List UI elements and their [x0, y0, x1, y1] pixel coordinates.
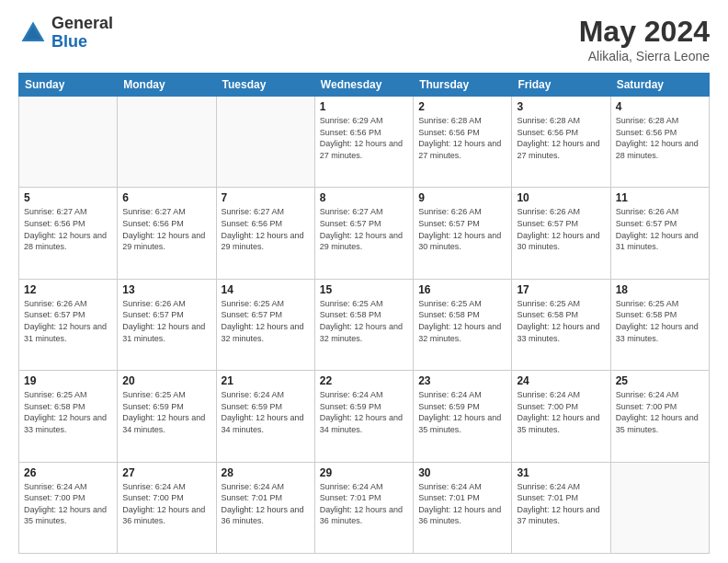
- day-number: 30: [418, 466, 506, 479]
- day-number: 18: [616, 283, 704, 296]
- col-tuesday: Tuesday: [216, 74, 314, 97]
- calendar-cell: 29Sunrise: 6:24 AM Sunset: 7:01 PM Dayli…: [314, 462, 413, 553]
- calendar-cell: 22Sunrise: 6:24 AM Sunset: 6:59 PM Dayli…: [314, 371, 413, 462]
- day-info: Sunrise: 6:24 AM Sunset: 7:00 PM Dayligh…: [122, 481, 210, 527]
- col-thursday: Thursday: [414, 74, 512, 97]
- day-info: Sunrise: 6:25 AM Sunset: 6:57 PM Dayligh…: [222, 298, 310, 344]
- calendar-cell: 9Sunrise: 6:26 AM Sunset: 6:57 PM Daylig…: [414, 188, 512, 279]
- calendar-cell: [19, 97, 118, 188]
- calendar-cell: 14Sunrise: 6:25 AM Sunset: 6:57 PM Dayli…: [216, 279, 314, 370]
- day-info: Sunrise: 6:26 AM Sunset: 6:57 PM Dayligh…: [24, 298, 112, 344]
- day-info: Sunrise: 6:24 AM Sunset: 7:00 PM Dayligh…: [24, 481, 112, 527]
- calendar-cell: [118, 97, 216, 188]
- day-info: Sunrise: 6:24 AM Sunset: 6:59 PM Dayligh…: [320, 389, 408, 435]
- day-info: Sunrise: 6:27 AM Sunset: 6:57 PM Dayligh…: [320, 206, 408, 252]
- day-number: 4: [616, 100, 704, 113]
- calendar-cell: 16Sunrise: 6:25 AM Sunset: 6:58 PM Dayli…: [414, 279, 512, 370]
- day-number: 10: [517, 191, 605, 204]
- calendar-cell: 17Sunrise: 6:25 AM Sunset: 6:58 PM Dayli…: [512, 279, 610, 370]
- day-info: Sunrise: 6:28 AM Sunset: 6:56 PM Dayligh…: [616, 115, 704, 161]
- day-info: Sunrise: 6:24 AM Sunset: 7:01 PM Dayligh…: [517, 481, 605, 527]
- calendar-cell: 8Sunrise: 6:27 AM Sunset: 6:57 PM Daylig…: [314, 188, 413, 279]
- day-info: Sunrise: 6:29 AM Sunset: 6:56 PM Dayligh…: [320, 115, 408, 161]
- calendar-cell: 2Sunrise: 6:28 AM Sunset: 6:56 PM Daylig…: [414, 97, 512, 188]
- day-number: 7: [222, 191, 310, 204]
- day-number: 15: [320, 283, 408, 296]
- day-number: 3: [517, 100, 605, 113]
- calendar-cell: 30Sunrise: 6:24 AM Sunset: 7:01 PM Dayli…: [414, 462, 512, 553]
- day-info: Sunrise: 6:24 AM Sunset: 7:01 PM Dayligh…: [418, 481, 506, 527]
- day-info: Sunrise: 6:25 AM Sunset: 6:58 PM Dayligh…: [418, 298, 506, 344]
- calendar-cell: 7Sunrise: 6:27 AM Sunset: 6:56 PM Daylig…: [216, 188, 314, 279]
- logo-general: General: [51, 15, 113, 33]
- calendar-cell: 13Sunrise: 6:26 AM Sunset: 6:57 PM Dayli…: [118, 279, 216, 370]
- header-row: Sunday Monday Tuesday Wednesday Thursday…: [19, 74, 710, 97]
- calendar-cell: 19Sunrise: 6:25 AM Sunset: 6:58 PM Dayli…: [19, 371, 118, 462]
- calendar-cell: [610, 462, 709, 553]
- calendar-cell: 25Sunrise: 6:24 AM Sunset: 7:00 PM Dayli…: [610, 371, 709, 462]
- day-number: 24: [517, 374, 605, 387]
- day-info: Sunrise: 6:24 AM Sunset: 6:59 PM Dayligh…: [222, 389, 310, 435]
- day-number: 5: [24, 191, 112, 204]
- subtitle: Alikalia, Sierra Leone: [579, 49, 710, 63]
- day-number: 25: [616, 374, 704, 387]
- day-number: 16: [418, 283, 506, 296]
- calendar-body: 1Sunrise: 6:29 AM Sunset: 6:56 PM Daylig…: [19, 97, 710, 554]
- day-info: Sunrise: 6:27 AM Sunset: 6:56 PM Dayligh…: [24, 206, 112, 252]
- col-saturday: Saturday: [610, 74, 709, 97]
- week-row-4: 19Sunrise: 6:25 AM Sunset: 6:58 PM Dayli…: [19, 371, 710, 462]
- calendar: Sunday Monday Tuesday Wednesday Thursday…: [18, 73, 710, 554]
- col-wednesday: Wednesday: [314, 74, 413, 97]
- calendar-cell: 15Sunrise: 6:25 AM Sunset: 6:58 PM Dayli…: [314, 279, 413, 370]
- day-number: 23: [418, 374, 506, 387]
- day-number: 6: [122, 191, 210, 204]
- calendar-cell: 21Sunrise: 6:24 AM Sunset: 6:59 PM Dayli…: [216, 371, 314, 462]
- col-sunday: Sunday: [19, 74, 118, 97]
- week-row-1: 1Sunrise: 6:29 AM Sunset: 6:56 PM Daylig…: [19, 97, 710, 188]
- calendar-cell: [216, 97, 314, 188]
- day-info: Sunrise: 6:27 AM Sunset: 6:56 PM Dayligh…: [122, 206, 210, 252]
- week-row-5: 26Sunrise: 6:24 AM Sunset: 7:00 PM Dayli…: [19, 462, 710, 553]
- calendar-cell: 5Sunrise: 6:27 AM Sunset: 6:56 PM Daylig…: [19, 188, 118, 279]
- logo-icon: [18, 18, 48, 48]
- day-number: 27: [122, 466, 210, 479]
- calendar-cell: 28Sunrise: 6:24 AM Sunset: 7:01 PM Dayli…: [216, 462, 314, 553]
- day-info: Sunrise: 6:24 AM Sunset: 7:01 PM Dayligh…: [320, 481, 408, 527]
- calendar-cell: 3Sunrise: 6:28 AM Sunset: 6:56 PM Daylig…: [512, 97, 610, 188]
- calendar-cell: 1Sunrise: 6:29 AM Sunset: 6:56 PM Daylig…: [314, 97, 413, 188]
- col-monday: Monday: [118, 74, 216, 97]
- day-info: Sunrise: 6:25 AM Sunset: 6:59 PM Dayligh…: [122, 389, 210, 435]
- week-row-2: 5Sunrise: 6:27 AM Sunset: 6:56 PM Daylig…: [19, 188, 710, 279]
- logo-blue-text: Blue: [51, 33, 113, 52]
- calendar-cell: 31Sunrise: 6:24 AM Sunset: 7:01 PM Dayli…: [512, 462, 610, 553]
- day-info: Sunrise: 6:26 AM Sunset: 6:57 PM Dayligh…: [122, 298, 210, 344]
- day-number: 28: [222, 466, 310, 479]
- calendar-cell: 23Sunrise: 6:24 AM Sunset: 6:59 PM Dayli…: [414, 371, 512, 462]
- day-info: Sunrise: 6:28 AM Sunset: 6:56 PM Dayligh…: [418, 115, 506, 161]
- day-info: Sunrise: 6:24 AM Sunset: 7:00 PM Dayligh…: [616, 389, 704, 435]
- day-number: 14: [222, 283, 310, 296]
- calendar-cell: 24Sunrise: 6:24 AM Sunset: 7:00 PM Dayli…: [512, 371, 610, 462]
- day-info: Sunrise: 6:25 AM Sunset: 6:58 PM Dayligh…: [616, 298, 704, 344]
- day-info: Sunrise: 6:27 AM Sunset: 6:56 PM Dayligh…: [222, 206, 310, 252]
- day-info: Sunrise: 6:24 AM Sunset: 7:00 PM Dayligh…: [517, 389, 605, 435]
- day-number: 26: [24, 466, 112, 479]
- day-info: Sunrise: 6:25 AM Sunset: 6:58 PM Dayligh…: [24, 389, 112, 435]
- calendar-cell: 4Sunrise: 6:28 AM Sunset: 6:56 PM Daylig…: [610, 97, 709, 188]
- main-title: May 2024: [579, 15, 710, 49]
- logo: General Blue: [18, 15, 113, 52]
- day-info: Sunrise: 6:24 AM Sunset: 7:01 PM Dayligh…: [222, 481, 310, 527]
- day-info: Sunrise: 6:26 AM Sunset: 6:57 PM Dayligh…: [517, 206, 605, 252]
- title-block: May 2024 Alikalia, Sierra Leone: [579, 15, 710, 63]
- calendar-cell: 26Sunrise: 6:24 AM Sunset: 7:00 PM Dayli…: [19, 462, 118, 553]
- day-number: 9: [418, 191, 506, 204]
- calendar-cell: 10Sunrise: 6:26 AM Sunset: 6:57 PM Dayli…: [512, 188, 610, 279]
- calendar-header: Sunday Monday Tuesday Wednesday Thursday…: [19, 74, 710, 97]
- day-info: Sunrise: 6:26 AM Sunset: 6:57 PM Dayligh…: [616, 206, 704, 252]
- day-info: Sunrise: 6:28 AM Sunset: 6:56 PM Dayligh…: [517, 115, 605, 161]
- day-number: 13: [122, 283, 210, 296]
- calendar-cell: 12Sunrise: 6:26 AM Sunset: 6:57 PM Dayli…: [19, 279, 118, 370]
- day-number: 11: [616, 191, 704, 204]
- day-number: 21: [222, 374, 310, 387]
- day-number: 8: [320, 191, 408, 204]
